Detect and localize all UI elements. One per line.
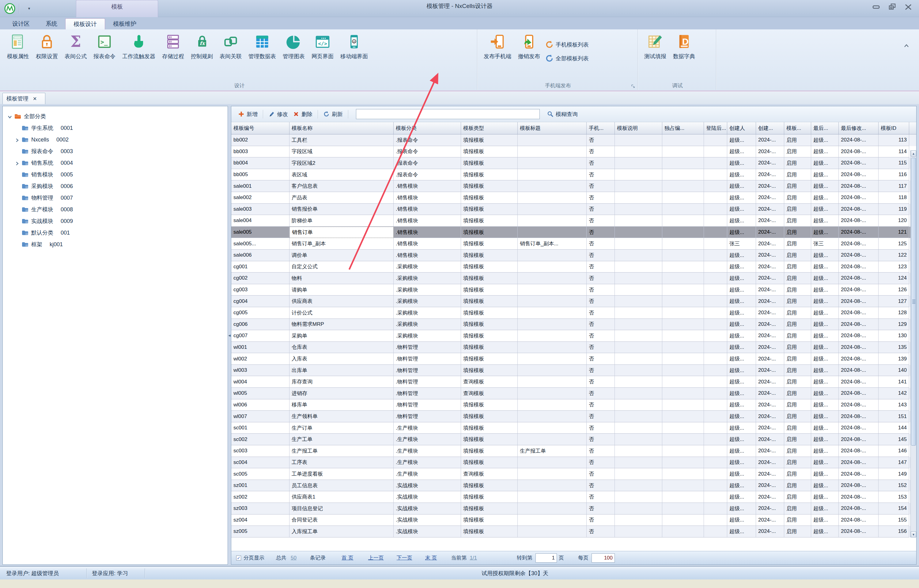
minimize-button[interactable] <box>870 2 883 11</box>
table-row-sc003[interactable]: sc003生产报工单.生产模块填报模板生产报工单否超级...2024-...启用… <box>231 445 916 457</box>
column-header-template-type[interactable]: 模板类型 <box>461 122 518 134</box>
table-row-bb002[interactable]: bb002工具栏.报表命令填报模板否超级...2024-...启用超级...20… <box>231 134 916 146</box>
ribbon-button-control-rule[interactable]: fx控制规则 <box>187 32 216 61</box>
quick-access-dropdown-icon[interactable]: ▾ <box>26 5 32 12</box>
ribbon-button-refresh-orange-list[interactable]: 手机模板列表 <box>545 40 589 49</box>
ribbon-button-mobile-ui[interactable]: @移动端界面 <box>337 32 371 61</box>
column-header-creator[interactable]: 创建人 <box>727 122 756 134</box>
table-row-sz003[interactable]: sz003项目信息登记.实战模块填报模板否超级...2024-...启用超级..… <box>231 503 916 515</box>
column-header-template-no[interactable]: 模板编号 <box>231 122 289 134</box>
table-row-wl002[interactable]: wl002入库表.物料管理填报模板否超级...2024-...启用超级...20… <box>231 353 916 365</box>
ribbon-button-publish-mobile[interactable]: 发布手机端 <box>480 32 515 61</box>
ribbon-button-report-command[interactable]: >_报表命令 <box>90 32 119 61</box>
delete-button[interactable]: 删除 <box>291 109 315 119</box>
ribbon-button-table-link[interactable]: 表间关联 <box>216 32 245 61</box>
tree-item-0002[interactable]: Nxcells0002 <box>3 134 228 145</box>
ribbon-button-permission-lock[interactable]: 权限设置 <box>32 32 61 61</box>
first-page-link[interactable]: 首 页 <box>342 554 354 561</box>
close-button[interactable] <box>902 2 915 11</box>
table-row-cg002[interactable]: cg002物料.采购模块填报模板否超级...2024-...启用超级...202… <box>231 273 916 284</box>
tree-item-0005[interactable]: 销售模块0005 <box>3 169 228 180</box>
tree-item-0004[interactable]: 销售系统0004 <box>3 157 228 169</box>
next-page-link[interactable]: 下一页 <box>397 554 412 561</box>
ribbon-tab-template-maintain[interactable]: 模板维护 <box>105 18 144 29</box>
tab-close-icon[interactable]: ✕ <box>33 96 37 102</box>
table-row-cg005[interactable]: cg005计价公式.采购模块填报模板否超级...2024-...启用超级...2… <box>231 307 916 319</box>
tree-item-0006[interactable]: 采购模块0006 <box>3 180 228 192</box>
table-row-cg003[interactable]: cg003请购单.采购模块填报模板否超级...2024-...启用超级...20… <box>231 284 916 296</box>
table-row-sc001[interactable]: sc001生产订单.生产模块填报模板否超级...2024-...启用超级...2… <box>231 422 916 434</box>
table-row-sale005[interactable]: sale005...销售订单_副本.销售模块填报模板销售订单_副本...否张三2… <box>231 238 916 250</box>
ribbon-button-unpublish-mobile[interactable]: 撤销发布 <box>515 32 543 61</box>
vertical-scrollbar[interactable]: ▲ ▼ <box>911 150 916 538</box>
prev-page-link[interactable]: 上一页 <box>368 554 384 561</box>
table-row-sale006[interactable]: sale006调价单.销售模块填报模板否超级...2024-...启用超级...… <box>231 250 916 261</box>
table-row-wl003[interactable]: wl003出库单.物料管理填报模板否超级...2024-...启用超级...20… <box>231 365 916 376</box>
ribbon-button-stored-procedure[interactable]: 存储过程 <box>159 32 187 61</box>
chevron-right-icon[interactable] <box>15 161 19 165</box>
restore-button[interactable] <box>886 2 899 11</box>
column-header-template-desc[interactable]: 模板说明 <box>615 122 662 134</box>
ribbon-button-sigma-formula[interactable]: Σ表间公式 <box>61 32 90 61</box>
ribbon-button-data-table[interactable]: 管理数据表 <box>245 32 279 61</box>
ribbon-tab-template-design[interactable]: 模板设计 <box>65 18 105 29</box>
add-button[interactable]: 新增 <box>236 109 260 119</box>
table-row-sale004[interactable]: sale004阶梯价单.销售模块填报模板否超级...2024-...启用超级..… <box>231 215 916 227</box>
chevron-right-icon[interactable] <box>15 137 19 142</box>
table-row-bb005[interactable]: bb005表区域.报表命令填报模板否超级...2024-...启用超级...20… <box>231 169 916 181</box>
scroll-up-icon[interactable]: ▲ <box>911 150 916 157</box>
table-row-bb003[interactable]: bb003字段区域.报表命令填报模板否超级...2024-...启用超级...2… <box>231 146 916 158</box>
search-input[interactable] <box>356 109 540 119</box>
edit-button[interactable]: 修改 <box>266 109 291 119</box>
scroll-down-icon[interactable]: ▼ <box>911 531 916 538</box>
tree-item-0008[interactable]: 生产模块0008 <box>3 204 228 215</box>
table-row-sz001[interactable]: sz001员工信息表.实战模块填报模板否超级...2024-...启用超级...… <box>231 480 916 491</box>
table-row-wl007[interactable]: wl007生产领料单.物料管理填报模板否超级...2024-...启用超级...… <box>231 411 916 422</box>
table-row-sc005[interactable]: sc005工单进度看板.生产模块查询模板否超级...2024-...启用超级..… <box>231 468 916 480</box>
tree-item-001[interactable]: 默认分类001 <box>3 227 228 239</box>
table-row-cg006[interactable]: cg006物料需求MRP.采购模块填报模板否超级...2024-...启用超级.… <box>231 319 916 330</box>
table-row-sale003[interactable]: sale003销售报价单.销售模块填报模板否超级...2024-...启用超级.… <box>231 204 916 215</box>
ribbon-button-refresh-blue-list[interactable]: 全部模板列表 <box>545 54 589 63</box>
table-row-sale001[interactable]: sale001客户信息表.销售模块填报模板否超级...2024-...启用超级.… <box>231 180 916 192</box>
ribbon-button-workflow-trigger[interactable]: 工作流触发器 <box>119 32 159 61</box>
panel-splitter[interactable]: ◂ <box>228 106 231 565</box>
column-header-template-status[interactable]: 模板... <box>784 122 811 134</box>
per-page-input[interactable] <box>591 553 615 562</box>
column-header-after-login[interactable]: 登陆后... <box>704 122 727 134</box>
tab-template-management[interactable]: 模板管理 ✕ <box>2 93 45 104</box>
ribbon-tab-design-area[interactable]: 设计区 <box>4 18 38 29</box>
column-header-create-time[interactable]: 创建... <box>756 122 784 134</box>
table-row-sc004[interactable]: sc004工序表.生产模块填报模板否超级...2024-...启用超级...20… <box>231 457 916 468</box>
tree-item-kj001[interactable]: 框架kj001 <box>3 239 228 250</box>
table-row-cg001[interactable]: cg001自定义公式.采购模块填报模板否超级...2024-...启用超级...… <box>231 261 916 273</box>
column-header-mobile[interactable]: 手机... <box>586 122 615 134</box>
tree-item-0003[interactable]: 报表命令0003 <box>3 145 228 157</box>
column-header-template-id[interactable]: 模板ID <box>879 122 909 134</box>
tree-item-0009[interactable]: 实战模块0009 <box>3 215 228 227</box>
ribbon-tab-system[interactable]: 系统 <box>38 18 65 29</box>
table-row-cg007[interactable]: cg007采购单.采购模块填报模板否超级...2024-...启用超级...20… <box>231 330 916 342</box>
fuzzy-search-button[interactable]: 模糊查询 <box>545 109 580 119</box>
column-header-template-title[interactable]: 模板标题 <box>518 122 586 134</box>
table-row-sz005[interactable]: sz005入库报工单.实战模块填报模板否超级...2024-...启用超级...… <box>231 526 916 538</box>
ribbon-button-test-fill[interactable]: 测试填报 <box>641 32 670 61</box>
tree-item-0007[interactable]: 物料管理0007 <box>3 192 228 204</box>
scrollbar-thumb[interactable] <box>911 158 916 446</box>
table-row-sc002[interactable]: sc002生产工单.生产模块填报模板否超级...2024-...启用超级...2… <box>231 434 916 445</box>
ribbon-button-pie-chart[interactable]: 管理图表 <box>279 32 308 61</box>
column-header-template-name[interactable]: 模板名称 <box>289 122 394 134</box>
table-row-wl004[interactable]: wl004库存查询.物料管理查询模板否超级...2024-...启用超级...2… <box>231 376 916 388</box>
tree-item-0001[interactable]: 学生系统0001 <box>3 122 228 134</box>
table-row-sz004[interactable]: sz004合同登记表.实战模块填报模板否超级...2024-...启用超级...… <box>231 515 916 526</box>
table-row-sz002[interactable]: sz002供应商表1.实战模块填报模板否超级...2024-...启用超级...… <box>231 491 916 503</box>
goto-page-input[interactable] <box>535 553 557 562</box>
collapse-left-icon[interactable]: ◂ <box>228 330 231 341</box>
table-row-bb004[interactable]: bb004字段区域2.报表命令填报模板否超级...2024-...启用超级...… <box>231 157 916 169</box>
refresh-button[interactable]: 刷新 <box>321 109 345 119</box>
column-header-template-category[interactable]: 模板分类 <box>394 122 461 134</box>
ribbon-button-data-dictionary[interactable]: D数据字典 <box>670 32 698 61</box>
table-row-sale002[interactable]: sale002产品表.销售模块填报模板否超级...2024-...启用超级...… <box>231 192 916 204</box>
column-header-last-editor[interactable]: 最后... <box>811 122 839 134</box>
chevron-down-icon[interactable] <box>8 114 12 118</box>
